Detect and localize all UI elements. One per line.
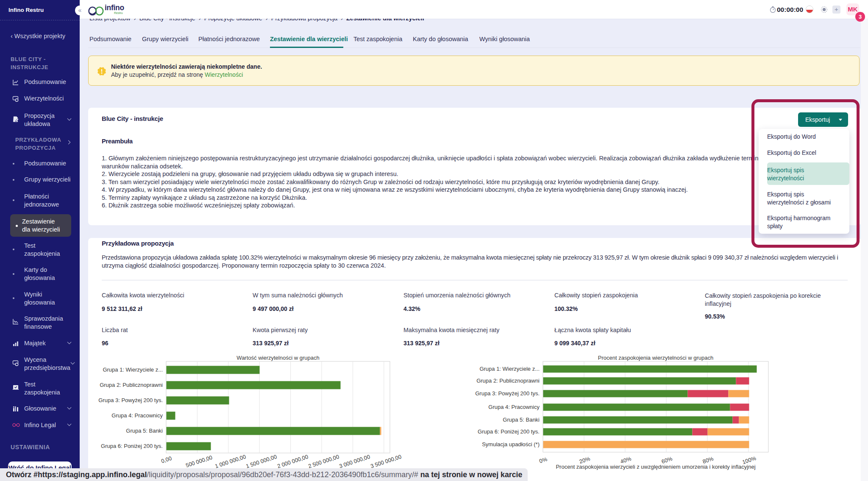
svg-text:Grupa 3: Powyżej 200 tys.: Grupa 3: Powyżej 200 tys. [98, 397, 163, 403]
svg-text:Procent zaspokojenia wierzycie: Procent zaspokojenia wierzycieli z uwzgl… [556, 464, 755, 470]
svg-text:Grupa 6: Poniżej 200 tys.: Grupa 6: Poniżej 200 tys. [101, 443, 163, 449]
svg-text:Grupa 4: Pracownicy: Grupa 4: Pracownicy [111, 412, 163, 419]
svg-text:Grupa 6: Poniżej 200 tys.: Grupa 6: Poniżej 200 tys. [478, 428, 540, 435]
svg-text:3 000 000,00: 3 000 000,00 [338, 453, 371, 470]
svg-text:Symulacja upadłości (*): Symulacja upadłości (*) [482, 441, 540, 447]
svg-text:Grupa 4: Pracownicy: Grupa 4: Pracownicy [488, 404, 540, 410]
svg-text:Grupa 5: Banki: Grupa 5: Banki [126, 428, 163, 434]
svg-text:Wartość wierzytelności w grupa: Wartość wierzytelności w grupach [236, 355, 319, 361]
svg-text:Grupa 5: Banki: Grupa 5: Banki [503, 417, 540, 423]
svg-text:3 500 000,00: 3 500 000,00 [370, 453, 402, 470]
svg-text:1 500 000,00: 1 500 000,00 [245, 453, 278, 470]
svg-text:0%: 0% [538, 456, 548, 464]
svg-text:1 000 000,00: 1 000 000,00 [214, 453, 247, 470]
svg-text:Procent zaspokojenia wierzytel: Procent zaspokojenia wierzytelności w gr… [598, 355, 713, 361]
svg-text:2 500 000,00: 2 500 000,00 [307, 453, 340, 470]
svg-text:0,00: 0,00 [160, 455, 172, 464]
svg-text:Grupa 3: Powyżej 200 tys.: Grupa 3: Powyżej 200 tys. [475, 390, 540, 397]
svg-text:500 000,00: 500 000,00 [185, 454, 213, 469]
svg-text:2 000 000,00: 2 000 000,00 [276, 453, 309, 470]
svg-text:Grupa 1: Wierzyciele z...: Grupa 1: Wierzyciele z... [479, 366, 540, 372]
svg-text:Grupa 2: Publicznoprawni: Grupa 2: Publicznoprawni [476, 378, 540, 384]
svg-text:Grupa 1: Wierzyciele z...: Grupa 1: Wierzyciele z... [103, 366, 163, 373]
svg-text:Grupa 2: Publicznoprawni: Grupa 2: Publicznoprawni [100, 382, 163, 388]
